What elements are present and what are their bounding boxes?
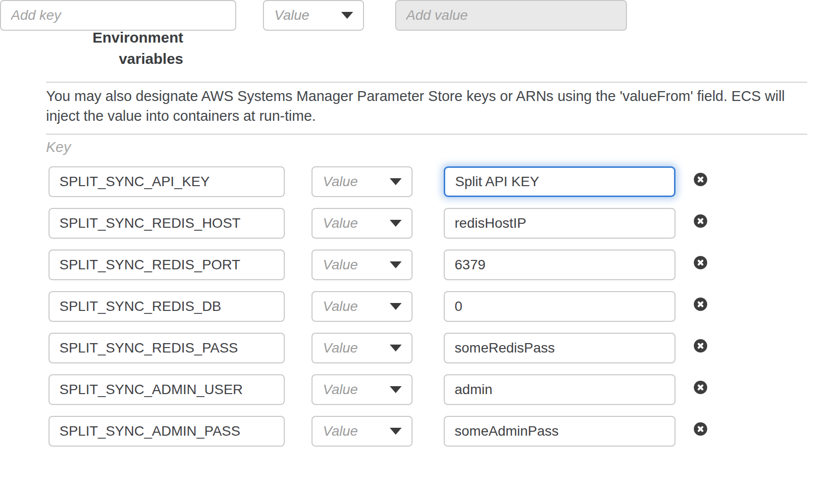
x-circle-icon — [697, 425, 704, 433]
env-var-row: Value — [49, 374, 707, 405]
type-select-value: Value — [323, 257, 358, 273]
env-key-input[interactable] — [49, 374, 285, 405]
remove-row-button[interactable] — [694, 298, 707, 311]
remove-row-button[interactable] — [694, 173, 707, 186]
chevron-down-icon — [390, 220, 402, 227]
env-var-row: Value — [49, 416, 707, 447]
env-var-row: Value — [49, 208, 707, 239]
type-select[interactable]: Value — [312, 333, 413, 363]
env-key-input[interactable] — [49, 333, 285, 363]
env-value-input[interactable] — [444, 208, 675, 239]
remove-row-button[interactable] — [694, 422, 707, 436]
env-value-input[interactable] — [444, 166, 675, 197]
env-key-input[interactable] — [49, 166, 285, 197]
type-select-value: Value — [274, 7, 310, 23]
add-value-input[interactable] — [395, 0, 627, 31]
type-select-value: Value — [323, 423, 358, 439]
divider — [46, 82, 807, 83]
env-value-input[interactable] — [444, 333, 675, 363]
type-select-value: Value — [323, 174, 358, 190]
env-value-input[interactable] — [444, 374, 675, 405]
type-select[interactable]: Value — [312, 208, 413, 239]
env-var-row: Value — [49, 291, 707, 322]
env-var-add-row: Value — [0, 0, 831, 31]
env-var-rows: Value Value — [49, 166, 707, 457]
key-column-header: Key — [46, 139, 71, 155]
x-circle-icon — [697, 301, 704, 308]
env-var-row: Value — [49, 166, 707, 197]
x-circle-icon — [697, 384, 704, 391]
chevron-down-icon — [390, 261, 402, 268]
chevron-down-icon — [390, 345, 402, 352]
type-select[interactable]: Value — [312, 291, 413, 322]
add-key-input[interactable] — [0, 0, 236, 31]
remove-row-button[interactable] — [694, 256, 707, 269]
chevron-down-icon — [390, 178, 402, 185]
env-var-row: Value — [49, 333, 707, 363]
env-key-input[interactable] — [49, 208, 285, 239]
type-select[interactable]: Value — [312, 374, 413, 405]
type-select[interactable]: Value — [263, 0, 364, 31]
type-select-value: Value — [323, 382, 358, 398]
x-circle-icon — [697, 342, 704, 350]
type-select[interactable]: Value — [312, 250, 413, 280]
remove-row-button[interactable] — [694, 339, 707, 353]
type-select[interactable]: Value — [312, 166, 413, 197]
type-select-value: Value — [323, 340, 358, 356]
env-value-input[interactable] — [444, 250, 675, 280]
x-circle-icon — [697, 217, 704, 225]
env-var-row: Value — [49, 250, 707, 280]
env-key-input[interactable] — [49, 291, 285, 322]
type-select-value: Value — [323, 215, 358, 231]
remove-row-button[interactable] — [694, 214, 707, 228]
type-select-value: Value — [323, 299, 358, 314]
env-value-input[interactable] — [444, 416, 675, 447]
divider — [46, 134, 807, 135]
section-description: You may also designate AWS Systems Manag… — [46, 86, 807, 126]
env-value-input[interactable] — [444, 291, 675, 322]
x-circle-icon — [697, 259, 704, 266]
section-title: Environment variables — [64, 27, 183, 69]
env-key-input[interactable] — [49, 250, 285, 280]
chevron-down-icon — [390, 386, 402, 393]
remove-row-button[interactable] — [694, 381, 707, 394]
type-select[interactable]: Value — [312, 416, 413, 447]
x-circle-icon — [697, 176, 704, 183]
chevron-down-icon — [390, 428, 402, 435]
chevron-down-icon — [390, 303, 402, 310]
env-key-input[interactable] — [49, 416, 285, 447]
environment-variables-section: Environment variables You may also desig… — [0, 0, 831, 504]
chevron-down-icon — [341, 12, 353, 19]
